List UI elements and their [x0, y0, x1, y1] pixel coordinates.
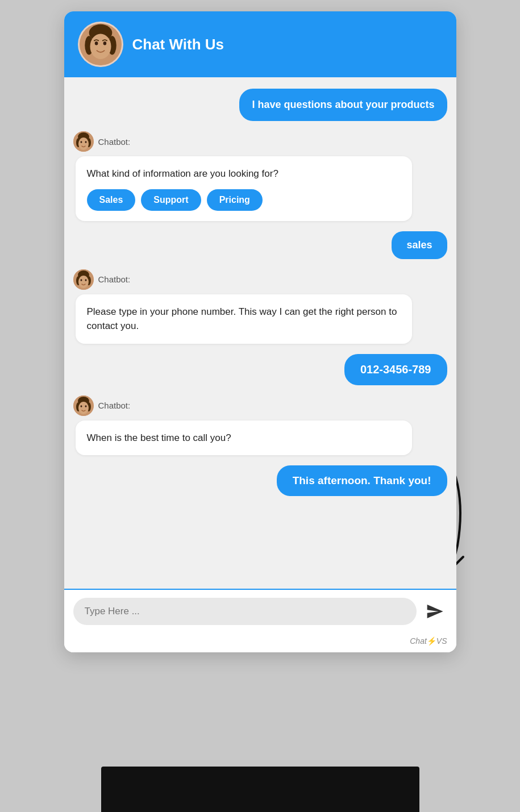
user-bubble-phone: 012-3456-789	[344, 354, 447, 385]
send-icon	[426, 602, 444, 621]
bot-message-3: Chatbot: When is the best time to call y…	[73, 395, 447, 456]
svg-point-5	[94, 41, 98, 45]
bot-avatar-2	[73, 269, 94, 290]
chat-header: Chat With Us	[64, 11, 456, 77]
bot-label-row-1: Chatbot:	[73, 131, 447, 152]
svg-point-27	[85, 405, 86, 407]
bot-bubble-2: Please type in your phone number. This w…	[76, 294, 412, 344]
option-buttons-1: Sales Support Pricing	[87, 189, 401, 211]
bot-text-2: Please type in your phone number. This w…	[87, 305, 401, 334]
bot-label-1: Chatbot:	[98, 137, 131, 147]
option-support-button[interactable]: Support	[141, 189, 201, 211]
avatar	[78, 22, 123, 67]
svg-point-18	[78, 276, 89, 288]
bot-message-2: Chatbot: Please type in your phone numbe…	[73, 269, 447, 344]
bot-text-3: When is the best time to call you?	[87, 431, 401, 445]
svg-point-12	[80, 141, 82, 143]
user-message-1: I have questions about your products	[73, 89, 447, 121]
bot-text-1: What kind of information are you looking…	[87, 166, 401, 181]
chat-input[interactable]	[73, 598, 417, 625]
bot-label-row-3: Chatbot:	[73, 395, 447, 416]
bottom-bar	[101, 767, 419, 812]
chat-branding: Chat⚡VS	[410, 636, 447, 646]
chat-footer: Chat⚡VS	[64, 633, 456, 652]
svg-point-20	[85, 279, 86, 281]
svg-point-13	[85, 141, 86, 143]
chat-input-area	[64, 589, 456, 633]
chat-header-title: Chat With Us	[132, 36, 224, 53]
user-bubble-afternoon: This afternoon. Thank you!	[277, 465, 447, 496]
bot-avatar-1	[73, 131, 94, 152]
bot-bubble-3: When is the best time to call you?	[76, 420, 412, 456]
user-bubble-sales: sales	[392, 231, 447, 259]
bot-avatar-3	[73, 395, 94, 416]
option-pricing-button[interactable]: Pricing	[207, 189, 263, 211]
bot-bubble-1: What kind of information are you looking…	[76, 156, 412, 221]
bot-label-2: Chatbot:	[98, 274, 131, 284]
user-message-4: This afternoon. Thank you!	[73, 465, 447, 496]
bot-message-1: Chatbot: What kind of information are yo…	[73, 131, 447, 221]
bolt-icon: ⚡	[427, 636, 436, 646]
bot-label-3: Chatbot:	[98, 401, 131, 410]
svg-point-26	[80, 405, 82, 407]
user-message-2: sales	[73, 231, 447, 259]
user-message-3: 012-3456-789	[73, 354, 447, 385]
user-bubble-1: I have questions about your products	[239, 89, 447, 121]
chat-widget: Chat With Us I have questions about your…	[64, 11, 456, 652]
svg-point-25	[78, 402, 89, 414]
svg-point-11	[78, 138, 89, 150]
svg-point-4	[90, 34, 111, 59]
send-button[interactable]	[422, 599, 447, 624]
bot-label-row-2: Chatbot:	[73, 269, 447, 290]
chat-messages: I have questions about your products	[64, 77, 456, 589]
option-sales-button[interactable]: Sales	[87, 189, 136, 211]
svg-point-6	[103, 41, 106, 45]
svg-point-19	[80, 279, 82, 281]
